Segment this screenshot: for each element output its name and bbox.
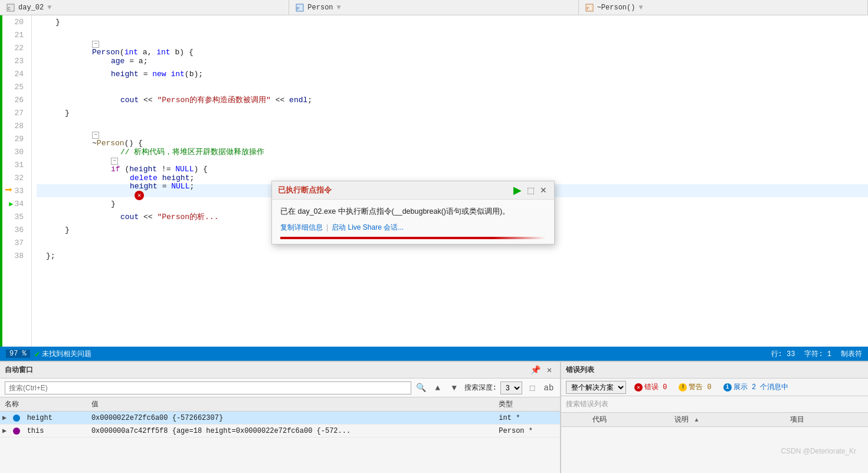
error-filter-bar: 整个解决方案 ✕ 错误 0 ! 警告 0 i 展示 2 个消息中 — [561, 379, 868, 396]
search-icon-btn[interactable]: 🔍 — [415, 381, 428, 394]
gutter-29: 29 — [2, 132, 28, 145]
info-count-label: 展示 2 个消息中 — [733, 382, 789, 392]
gutter-20: 20 — [2, 15, 28, 28]
watch-panel-title: 自动窗口 — [5, 365, 529, 375]
watch-row-this-value: 0x000000a7c42ff5f8 {age=18 height=0x0000… — [87, 425, 494, 438]
arrow-34: ▶ — [9, 200, 13, 208]
watch-col-name: 名称 — [0, 397, 87, 412]
error-count-label: 错误 0 — [644, 382, 667, 392]
error-search-label: 搜索错误列表 — [566, 399, 608, 409]
search-wrap-btn[interactable]: ab — [542, 381, 555, 394]
title-file1: day_02 — [18, 4, 44, 12]
sort-arrow-desc: ▲ — [695, 417, 699, 423]
watch-row-height-value: 0x0000022e72fc6a00 {-572662307} — [87, 412, 494, 425]
watch-table-header: 名称 值 类型 — [0, 397, 560, 412]
watch-col-type: 类型 — [494, 397, 560, 412]
gutter-33: ⮕ 33 — [2, 184, 28, 197]
watch-table: 名称 值 类型 ▶ height 0x0000022e72fc6a00 {-57… — [0, 397, 560, 473]
search-depth-select[interactable]: 3 1 2 4 5 — [500, 381, 522, 394]
error-badge-errors[interactable]: ✕ 错误 0 — [631, 381, 670, 393]
watch-row-height[interactable]: ▶ height 0x0000022e72fc6a00 {-572662307}… — [0, 412, 560, 425]
bottom-panel: 自动窗口 📌 ✕ 🔍 ▲ ▼ 搜索深度: 3 1 2 4 5 ⬚ ab — [0, 361, 868, 473]
error-panel-header: 错误列表 — [561, 362, 868, 379]
popup-play-button[interactable]: ▶ — [513, 185, 522, 195]
gutter-24: 24 — [2, 67, 28, 80]
title-segment-file3: f ~Person() ▼ — [579, 0, 868, 15]
search-depth-label: 搜索深度: — [464, 383, 497, 393]
watch-row-this-type: Person * — [494, 425, 560, 438]
search-up-btn[interactable]: ▲ — [431, 381, 444, 394]
error-filter-select[interactable]: 整个解决方案 — [566, 381, 626, 394]
status-check: ✔ 未找到相关问题 — [35, 349, 91, 359]
popup-link-copy[interactable]: 复制详细信息 — [280, 222, 323, 233]
title-segment-file1: C day_02 ▼ — [0, 0, 289, 15]
watch-row-this[interactable]: ▶ this 0x000000a7c42ff5f8 {age=18 height… — [0, 425, 560, 438]
svg-text:C: C — [8, 6, 11, 11]
gutter-37: 37 — [2, 236, 28, 249]
popup-message: 已在 day_02.exe 中执行断点指令(__debugbreak()语句或类… — [280, 205, 546, 217]
popup-actions: ▶ ⬚ ✕ — [513, 185, 548, 195]
status-line: 行: 33 — [771, 349, 795, 359]
warning-count-label: 警告 0 — [689, 382, 711, 392]
gutter-38: 38 — [2, 249, 28, 262]
search-copy-btn[interactable]: ⬚ — [526, 381, 539, 394]
search-bar: 🔍 ▲ ▼ 搜索深度: 3 1 2 4 5 ⬚ ab — [0, 379, 560, 397]
exec-arrow-icon: ⮕ — [5, 186, 13, 195]
popup-links: 复制详细信息 | 启动 Live Share 会话... — [280, 222, 546, 233]
status-bar: 97 % ✔ 未找到相关问题 行: 33 字符: 1 制表符 — [0, 347, 868, 361]
error-icon: ✕ — [634, 383, 643, 392]
code-line-20: } — [37, 15, 868, 28]
watch-row-height-name: ▶ height — [0, 412, 87, 425]
warning-icon: ! — [679, 383, 687, 392]
gutter-22: 22 — [2, 41, 28, 54]
popup-link-liveshare[interactable]: 启动 Live Share 会话... — [332, 222, 404, 233]
code-line-27: } — [37, 106, 868, 119]
popup-close-button[interactable]: ✕ — [539, 185, 548, 195]
error-search-bar: 搜索错误列表 — [561, 396, 868, 413]
expand-height-icon[interactable]: ▶ — [2, 414, 6, 422]
status-col: 字符: 1 — [804, 349, 831, 359]
watch-panel-close-button[interactable]: ✕ — [543, 364, 555, 376]
title-segment-file2: P Person ▼ — [289, 0, 578, 15]
error-badge-warnings[interactable]: ! 警告 0 — [675, 381, 715, 393]
error-col-project: 项目 — [785, 413, 868, 427]
zoom-level: 97 % — [9, 350, 27, 358]
title-file3: ~Person() — [597, 4, 636, 12]
csdn-watermark: CSDN @Deteriorate_Kr — [781, 447, 856, 455]
code-line-26: cout << "Person的有参构造函数被调用" << endl; — [37, 93, 868, 106]
popup-title-text: 已执行断点指令 — [278, 185, 513, 195]
gutter-26: 26 — [2, 93, 28, 106]
gutter-28: 28 — [2, 119, 28, 132]
expand-this-icon[interactable]: ▶ — [2, 427, 6, 435]
collapse-22[interactable]: − — [92, 41, 99, 48]
title-bar: C day_02 ▼ P Person ▼ f ~Person() ▼ — [0, 0, 868, 15]
status-zoom[interactable]: 97 % — [6, 350, 30, 358]
watch-panel-pin-button[interactable]: 📌 — [529, 364, 541, 376]
collapse-31[interactable]: − — [111, 158, 118, 165]
error-panel: 错误列表 整个解决方案 ✕ 错误 0 ! 警告 0 i 展示 2 个消息中 搜索… — [561, 362, 868, 473]
editor-area: 20 21 22 23 24 25 26 27 28 29 30 31 32 ⮕… — [0, 15, 868, 347]
error-panel-title: 错误列表 — [566, 365, 594, 375]
file-icon-1: C — [6, 3, 15, 12]
error-col-code — [561, 413, 588, 427]
error-table: 代码 说明 ▲ 项目 — [561, 413, 868, 473]
error-badge-info[interactable]: i 展示 2 个消息中 — [720, 381, 792, 393]
gutter-36: 36 — [2, 223, 28, 236]
status-tab: 制表符 — [841, 349, 862, 359]
check-icon: ✔ — [35, 349, 40, 359]
status-left: 97 % ✔ 未找到相关问题 — [6, 349, 765, 359]
gutter-23: 23 — [2, 54, 28, 67]
popup-bottom-border — [280, 237, 546, 239]
gutter-21: 21 — [2, 28, 28, 41]
code-line-28 — [37, 119, 868, 132]
title-arrow2: ▼ — [337, 4, 341, 12]
popup-titlebar: 已执行断点指令 ▶ ⬚ ✕ — [272, 181, 554, 200]
search-input[interactable] — [5, 381, 411, 394]
gutter-32: 32 — [2, 171, 28, 184]
search-down-btn[interactable]: ▼ — [448, 381, 461, 394]
title-arrow1: ▼ — [47, 4, 51, 12]
popup-link-separator: | — [326, 222, 328, 233]
watch-row-height-type: int * — [494, 412, 560, 425]
popup-dock-button[interactable]: ⬚ — [526, 185, 535, 195]
gutter-30: 30 — [2, 145, 28, 158]
